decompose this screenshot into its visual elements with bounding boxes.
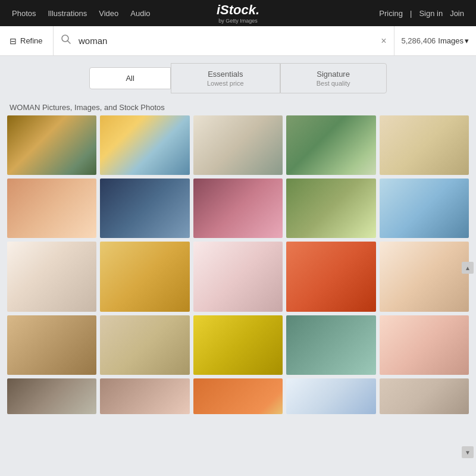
nav-illustrations[interactable]: Illustrations <box>48 9 87 18</box>
grid-item[interactable] <box>193 315 283 375</box>
search-input[interactable] <box>79 36 374 46</box>
grid-item[interactable] <box>7 242 96 312</box>
tab-essentials-label: Essentials <box>207 70 244 79</box>
tab-all-label: All <box>126 74 134 83</box>
tab-essentials-sub: Lowest price <box>207 80 244 87</box>
grid-item[interactable] <box>286 115 375 175</box>
scroll-up-arrow-icon: ▲ <box>462 262 474 274</box>
scroll-up-button[interactable]: ▲ <box>462 262 474 274</box>
logo[interactable]: iStock. by Getty Images <box>217 0 259 26</box>
page-title: WOMAN Pictures, Images, and Stock Photos <box>0 98 476 115</box>
grid-item[interactable] <box>380 178 469 238</box>
nav-video[interactable]: Video <box>99 9 118 18</box>
grid-item[interactable] <box>7 378 96 414</box>
results-count: 5,286,406 Images ▾ <box>394 26 476 55</box>
svg-line-1 <box>68 41 71 44</box>
header-divider: | <box>410 9 412 18</box>
grid-item[interactable] <box>100 315 189 375</box>
clear-search-button[interactable]: × <box>374 36 393 46</box>
grid-item[interactable] <box>380 242 469 312</box>
logo-subtitle: by Getty Images <box>218 18 258 24</box>
refine-label: Refine <box>20 36 43 45</box>
tab-signature-label: Signature <box>317 70 350 79</box>
grid-item[interactable] <box>100 378 189 414</box>
tab-signature-sub: Best quality <box>317 80 350 87</box>
count-number: 5,286,406 <box>402 36 436 45</box>
content-type-label: Images <box>438 36 464 45</box>
grid-item[interactable] <box>380 378 469 414</box>
nav-audio[interactable]: Audio <box>130 9 150 18</box>
grid-item[interactable] <box>380 315 469 375</box>
main-nav: Photos Illustrations Video Audio <box>12 9 151 18</box>
refine-button[interactable]: ⊟ Refine <box>0 26 54 55</box>
join-button[interactable]: Join <box>450 9 464 18</box>
signin-link[interactable]: Sign in <box>419 9 443 18</box>
tab-essentials[interactable]: Essentials Lowest price <box>171 63 280 93</box>
dropdown-arrow-icon: ▾ <box>465 36 469 45</box>
refine-icon: ⊟ <box>10 36 17 46</box>
image-grid <box>0 115 476 414</box>
scroll-down-arrow-icon: ▼ <box>462 446 474 458</box>
grid-item[interactable] <box>286 178 375 238</box>
grid-item[interactable] <box>286 378 375 414</box>
grid-item[interactable] <box>100 178 189 238</box>
grid-item[interactable] <box>286 315 375 375</box>
grid-item[interactable] <box>100 242 189 312</box>
grid-item[interactable] <box>286 242 375 312</box>
grid-item[interactable] <box>193 242 283 312</box>
grid-item[interactable] <box>100 115 189 175</box>
grid-item[interactable] <box>7 115 96 175</box>
grid-item[interactable] <box>7 315 96 375</box>
header-right: Pricing | Sign in Join <box>379 9 464 18</box>
filter-tabs: All Essentials Lowest price Signature Be… <box>0 56 476 98</box>
tab-signature[interactable]: Signature Best quality <box>280 63 387 93</box>
header: Photos Illustrations Video Audio iStock.… <box>0 0 476 26</box>
logo-text: iStock. <box>217 2 259 18</box>
grid-item[interactable] <box>380 115 469 175</box>
scroll-down-button[interactable]: ▼ <box>462 446 474 458</box>
grid-item[interactable] <box>193 378 283 414</box>
grid-item[interactable] <box>193 115 283 175</box>
nav-photos[interactable]: Photos <box>12 9 36 18</box>
tab-all[interactable]: All <box>89 67 170 89</box>
grid-item[interactable] <box>7 178 96 238</box>
search-bar: ⊟ Refine × 5,286,406 Images ▾ <box>0 26 476 56</box>
pricing-link[interactable]: Pricing <box>379 9 403 18</box>
grid-item[interactable] <box>193 178 283 238</box>
content-type-dropdown[interactable]: Images ▾ <box>438 36 469 45</box>
main-content: All Essentials Lowest price Signature Be… <box>0 56 476 414</box>
search-icon <box>54 34 79 48</box>
